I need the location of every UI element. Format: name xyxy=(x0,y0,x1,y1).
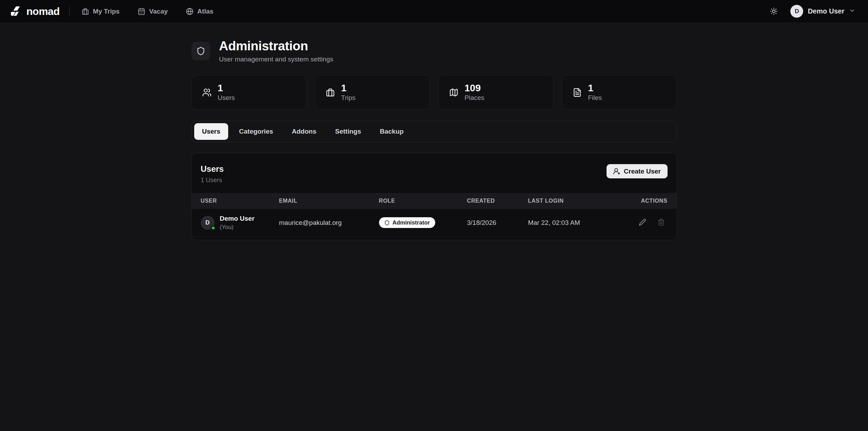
last-login-date: Mar 22, 02:03 AM xyxy=(528,219,580,226)
column-header-created: Created xyxy=(467,193,528,209)
nav-item-label: Atlas xyxy=(197,8,213,15)
users-table: User Email Role Created Last login Actio… xyxy=(192,193,677,237)
user-name: Demo User xyxy=(808,7,844,15)
online-status-dot xyxy=(211,226,216,230)
stat-label: Trips xyxy=(341,94,356,102)
user-plus-icon xyxy=(613,168,620,175)
tab-backup[interactable]: Backup xyxy=(372,123,412,140)
nav-item-label: My Trips xyxy=(93,8,120,15)
role-label: Administrator xyxy=(393,219,430,226)
brand-name: nomad xyxy=(26,6,60,17)
app-viewport: nomad My Trips Vacay Atlas D Demo Us xyxy=(0,0,868,431)
nav-item-atlas[interactable]: Atlas xyxy=(186,8,213,15)
create-user-button[interactable]: Create User xyxy=(607,164,668,178)
stat-card-places: 109 Places xyxy=(438,75,553,110)
stat-label: Users xyxy=(218,94,235,102)
user-display-name: Demo User xyxy=(220,215,255,222)
nomad-logo-icon xyxy=(9,5,22,18)
create-user-label: Create User xyxy=(624,168,661,175)
nav-item-label: Vacay xyxy=(149,8,168,15)
users-panel: Users 1 Users Create User User Email Rol… xyxy=(191,153,677,240)
tab-addons[interactable]: Addons xyxy=(284,123,325,140)
created-date: 3/18/2026 xyxy=(467,219,497,226)
navbar-right: D Demo User xyxy=(768,5,856,18)
stat-value: 1 xyxy=(588,83,602,93)
column-header-last-login: Last login xyxy=(528,193,615,209)
stat-text: 1 Trips xyxy=(341,83,356,102)
stat-value: 109 xyxy=(465,83,484,93)
users-count: 1 Users xyxy=(201,177,224,184)
nav-item-vacay[interactable]: Vacay xyxy=(138,8,168,15)
stat-text: 1 Files xyxy=(588,83,602,102)
user-cell: D Demo User (You) xyxy=(201,215,279,231)
theme-toggle-button[interactable] xyxy=(768,5,780,17)
column-header-actions: Actions xyxy=(615,193,677,209)
shield-icon xyxy=(384,220,390,226)
main-content: Administration User management and syste… xyxy=(191,23,677,240)
sun-icon xyxy=(770,7,778,15)
brand-logo[interactable]: nomad xyxy=(9,5,60,18)
trash-icon xyxy=(658,219,665,226)
stat-label: Files xyxy=(588,94,602,102)
avatar: D xyxy=(790,5,803,18)
delete-user-button[interactable] xyxy=(656,217,666,228)
column-header-email: Email xyxy=(279,193,379,209)
briefcase-icon xyxy=(81,8,89,15)
tab-users[interactable]: Users xyxy=(194,123,229,140)
page-subtitle: User management and system settings xyxy=(219,56,334,63)
top-navbar: nomad My Trips Vacay Atlas D Demo Us xyxy=(0,0,868,23)
nav-divider xyxy=(69,7,70,16)
table-header-row: User Email Role Created Last login Actio… xyxy=(192,193,677,209)
primary-nav: My Trips Vacay Atlas xyxy=(81,8,213,15)
user-name-block: Demo User (You) xyxy=(220,215,255,231)
user-email: maurice@pakulat.org xyxy=(279,219,342,226)
stat-value: 1 xyxy=(218,83,235,93)
stat-card-users: 1 Users xyxy=(191,75,307,110)
chevron-down-icon xyxy=(849,7,856,15)
globe-icon xyxy=(186,8,194,15)
stat-text: 1 Users xyxy=(218,83,235,102)
shield-icon xyxy=(191,42,210,60)
avatar: D xyxy=(201,216,215,230)
stat-text: 109 Places xyxy=(465,83,484,102)
user-menu[interactable]: D Demo User xyxy=(790,5,856,18)
page-header-text: Administration User management and syste… xyxy=(219,39,334,63)
tab-settings[interactable]: Settings xyxy=(327,123,369,140)
users-icon xyxy=(202,88,212,97)
users-panel-title-block: Users 1 Users xyxy=(201,164,224,184)
table-row: D Demo User (You) maurice@pakulat.org xyxy=(192,209,677,237)
nav-item-my-trips[interactable]: My Trips xyxy=(81,8,120,15)
calendar-icon xyxy=(138,8,145,15)
page-header: Administration User management and syste… xyxy=(191,39,677,63)
stat-value: 1 xyxy=(341,83,356,93)
role-badge: Administrator xyxy=(379,217,435,228)
file-icon xyxy=(573,88,582,97)
stat-card-trips: 1 Trips xyxy=(315,75,430,110)
stat-label: Places xyxy=(465,94,484,102)
column-header-user: User xyxy=(192,193,279,209)
briefcase-icon xyxy=(326,88,335,97)
edit-user-button[interactable] xyxy=(637,217,647,228)
pencil-icon xyxy=(639,219,646,226)
column-header-role: Role xyxy=(379,193,467,209)
users-panel-header: Users 1 Users Create User xyxy=(192,153,677,193)
page-title: Administration xyxy=(219,39,334,53)
map-icon xyxy=(449,88,458,97)
avatar-initial: D xyxy=(205,219,209,226)
stat-card-files: 1 Files xyxy=(562,75,677,110)
admin-tabs: Users Categories Addons Settings Backup xyxy=(191,121,677,142)
you-label: (You) xyxy=(220,224,255,231)
stats-grid: 1 Users 1 Trips 109 Places xyxy=(191,75,677,110)
users-panel-title: Users xyxy=(201,164,224,174)
tab-categories[interactable]: Categories xyxy=(231,123,281,140)
